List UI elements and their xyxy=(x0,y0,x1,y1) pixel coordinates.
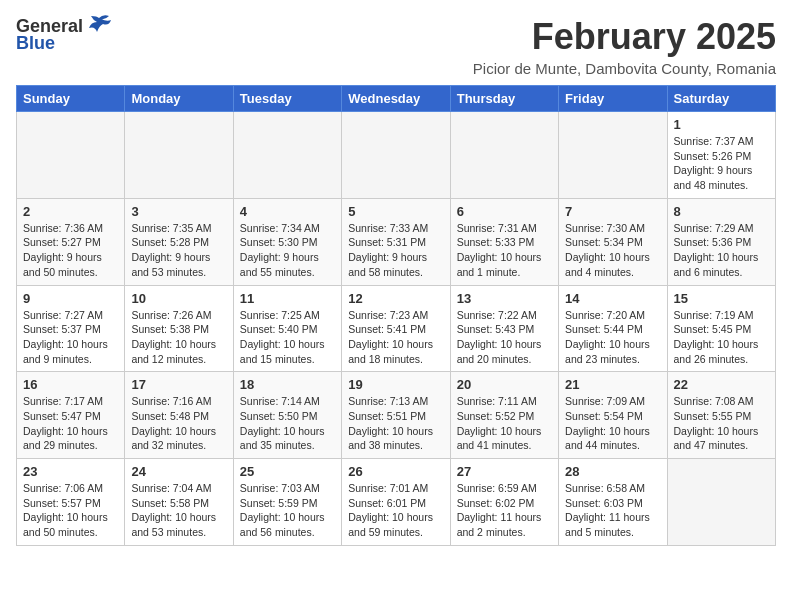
day-number: 26 xyxy=(348,464,443,479)
calendar-cell: 7Sunrise: 7:30 AM Sunset: 5:34 PM Daylig… xyxy=(559,198,667,285)
day-info: Sunrise: 7:04 AM Sunset: 5:58 PM Dayligh… xyxy=(131,481,226,540)
day-header-sunday: Sunday xyxy=(17,86,125,112)
day-number: 15 xyxy=(674,291,769,306)
day-info: Sunrise: 7:16 AM Sunset: 5:48 PM Dayligh… xyxy=(131,394,226,453)
calendar-cell: 6Sunrise: 7:31 AM Sunset: 5:33 PM Daylig… xyxy=(450,198,558,285)
day-number: 9 xyxy=(23,291,118,306)
calendar-cell: 2Sunrise: 7:36 AM Sunset: 5:27 PM Daylig… xyxy=(17,198,125,285)
calendar-cell: 21Sunrise: 7:09 AM Sunset: 5:54 PM Dayli… xyxy=(559,372,667,459)
calendar-cell: 24Sunrise: 7:04 AM Sunset: 5:58 PM Dayli… xyxy=(125,459,233,546)
day-info: Sunrise: 7:23 AM Sunset: 5:41 PM Dayligh… xyxy=(348,308,443,367)
day-number: 25 xyxy=(240,464,335,479)
day-header-thursday: Thursday xyxy=(450,86,558,112)
day-info: Sunrise: 7:30 AM Sunset: 5:34 PM Dayligh… xyxy=(565,221,660,280)
calendar-cell: 1Sunrise: 7:37 AM Sunset: 5:26 PM Daylig… xyxy=(667,112,775,199)
day-header-saturday: Saturday xyxy=(667,86,775,112)
calendar-week-1: 1Sunrise: 7:37 AM Sunset: 5:26 PM Daylig… xyxy=(17,112,776,199)
calendar-cell: 27Sunrise: 6:59 AM Sunset: 6:02 PM Dayli… xyxy=(450,459,558,546)
calendar-cell xyxy=(450,112,558,199)
logo: General Blue xyxy=(16,16,113,54)
calendar-week-5: 23Sunrise: 7:06 AM Sunset: 5:57 PM Dayli… xyxy=(17,459,776,546)
day-number: 11 xyxy=(240,291,335,306)
day-number: 8 xyxy=(674,204,769,219)
calendar-cell: 25Sunrise: 7:03 AM Sunset: 5:59 PM Dayli… xyxy=(233,459,341,546)
day-info: Sunrise: 7:11 AM Sunset: 5:52 PM Dayligh… xyxy=(457,394,552,453)
day-number: 19 xyxy=(348,377,443,392)
calendar-cell: 10Sunrise: 7:26 AM Sunset: 5:38 PM Dayli… xyxy=(125,285,233,372)
calendar-cell: 14Sunrise: 7:20 AM Sunset: 5:44 PM Dayli… xyxy=(559,285,667,372)
calendar-cell xyxy=(233,112,341,199)
calendar-cell xyxy=(342,112,450,199)
day-header-friday: Friday xyxy=(559,86,667,112)
day-number: 2 xyxy=(23,204,118,219)
day-info: Sunrise: 6:58 AM Sunset: 6:03 PM Dayligh… xyxy=(565,481,660,540)
day-number: 1 xyxy=(674,117,769,132)
day-info: Sunrise: 7:34 AM Sunset: 5:30 PM Dayligh… xyxy=(240,221,335,280)
calendar-cell: 12Sunrise: 7:23 AM Sunset: 5:41 PM Dayli… xyxy=(342,285,450,372)
day-number: 23 xyxy=(23,464,118,479)
calendar-cell: 22Sunrise: 7:08 AM Sunset: 5:55 PM Dayli… xyxy=(667,372,775,459)
day-header-monday: Monday xyxy=(125,86,233,112)
day-info: Sunrise: 7:06 AM Sunset: 5:57 PM Dayligh… xyxy=(23,481,118,540)
calendar-cell xyxy=(559,112,667,199)
calendar-cell: 9Sunrise: 7:27 AM Sunset: 5:37 PM Daylig… xyxy=(17,285,125,372)
day-info: Sunrise: 7:17 AM Sunset: 5:47 PM Dayligh… xyxy=(23,394,118,453)
calendar-cell: 8Sunrise: 7:29 AM Sunset: 5:36 PM Daylig… xyxy=(667,198,775,285)
calendar-cell: 20Sunrise: 7:11 AM Sunset: 5:52 PM Dayli… xyxy=(450,372,558,459)
day-number: 16 xyxy=(23,377,118,392)
day-number: 12 xyxy=(348,291,443,306)
day-info: Sunrise: 7:03 AM Sunset: 5:59 PM Dayligh… xyxy=(240,481,335,540)
day-number: 28 xyxy=(565,464,660,479)
calendar-cell: 13Sunrise: 7:22 AM Sunset: 5:43 PM Dayli… xyxy=(450,285,558,372)
day-info: Sunrise: 7:01 AM Sunset: 6:01 PM Dayligh… xyxy=(348,481,443,540)
day-info: Sunrise: 7:29 AM Sunset: 5:36 PM Dayligh… xyxy=(674,221,769,280)
day-number: 13 xyxy=(457,291,552,306)
day-info: Sunrise: 7:20 AM Sunset: 5:44 PM Dayligh… xyxy=(565,308,660,367)
calendar-cell: 23Sunrise: 7:06 AM Sunset: 5:57 PM Dayli… xyxy=(17,459,125,546)
day-number: 20 xyxy=(457,377,552,392)
day-info: Sunrise: 7:35 AM Sunset: 5:28 PM Dayligh… xyxy=(131,221,226,280)
calendar-week-2: 2Sunrise: 7:36 AM Sunset: 5:27 PM Daylig… xyxy=(17,198,776,285)
day-info: Sunrise: 7:26 AM Sunset: 5:38 PM Dayligh… xyxy=(131,308,226,367)
day-info: Sunrise: 7:33 AM Sunset: 5:31 PM Dayligh… xyxy=(348,221,443,280)
logo-bird-icon xyxy=(85,14,113,36)
calendar-cell: 15Sunrise: 7:19 AM Sunset: 5:45 PM Dayli… xyxy=(667,285,775,372)
calendar-cell xyxy=(17,112,125,199)
calendar-cell: 17Sunrise: 7:16 AM Sunset: 5:48 PM Dayli… xyxy=(125,372,233,459)
calendar-table: SundayMondayTuesdayWednesdayThursdayFrid… xyxy=(16,85,776,546)
page-header: General Blue February 2025 Picior de Mun… xyxy=(16,16,776,77)
calendar-cell: 3Sunrise: 7:35 AM Sunset: 5:28 PM Daylig… xyxy=(125,198,233,285)
day-header-tuesday: Tuesday xyxy=(233,86,341,112)
day-info: Sunrise: 6:59 AM Sunset: 6:02 PM Dayligh… xyxy=(457,481,552,540)
title-section: February 2025 Picior de Munte, Dambovita… xyxy=(473,16,776,77)
calendar-title: February 2025 xyxy=(473,16,776,58)
day-info: Sunrise: 7:31 AM Sunset: 5:33 PM Dayligh… xyxy=(457,221,552,280)
day-number: 5 xyxy=(348,204,443,219)
calendar-cell: 26Sunrise: 7:01 AM Sunset: 6:01 PM Dayli… xyxy=(342,459,450,546)
calendar-week-4: 16Sunrise: 7:17 AM Sunset: 5:47 PM Dayli… xyxy=(17,372,776,459)
day-number: 7 xyxy=(565,204,660,219)
calendar-cell: 19Sunrise: 7:13 AM Sunset: 5:51 PM Dayli… xyxy=(342,372,450,459)
day-number: 18 xyxy=(240,377,335,392)
day-info: Sunrise: 7:27 AM Sunset: 5:37 PM Dayligh… xyxy=(23,308,118,367)
calendar-cell xyxy=(667,459,775,546)
day-info: Sunrise: 7:36 AM Sunset: 5:27 PM Dayligh… xyxy=(23,221,118,280)
calendar-week-3: 9Sunrise: 7:27 AM Sunset: 5:37 PM Daylig… xyxy=(17,285,776,372)
day-number: 14 xyxy=(565,291,660,306)
day-info: Sunrise: 7:22 AM Sunset: 5:43 PM Dayligh… xyxy=(457,308,552,367)
day-info: Sunrise: 7:09 AM Sunset: 5:54 PM Dayligh… xyxy=(565,394,660,453)
day-info: Sunrise: 7:25 AM Sunset: 5:40 PM Dayligh… xyxy=(240,308,335,367)
day-number: 24 xyxy=(131,464,226,479)
day-number: 22 xyxy=(674,377,769,392)
calendar-cell: 16Sunrise: 7:17 AM Sunset: 5:47 PM Dayli… xyxy=(17,372,125,459)
calendar-cell: 11Sunrise: 7:25 AM Sunset: 5:40 PM Dayli… xyxy=(233,285,341,372)
logo-blue: Blue xyxy=(16,33,55,54)
calendar-header-row: SundayMondayTuesdayWednesdayThursdayFrid… xyxy=(17,86,776,112)
calendar-subtitle: Picior de Munte, Dambovita County, Roman… xyxy=(473,60,776,77)
day-info: Sunrise: 7:19 AM Sunset: 5:45 PM Dayligh… xyxy=(674,308,769,367)
day-number: 3 xyxy=(131,204,226,219)
day-number: 4 xyxy=(240,204,335,219)
day-header-wednesday: Wednesday xyxy=(342,86,450,112)
day-number: 6 xyxy=(457,204,552,219)
day-info: Sunrise: 7:37 AM Sunset: 5:26 PM Dayligh… xyxy=(674,134,769,193)
